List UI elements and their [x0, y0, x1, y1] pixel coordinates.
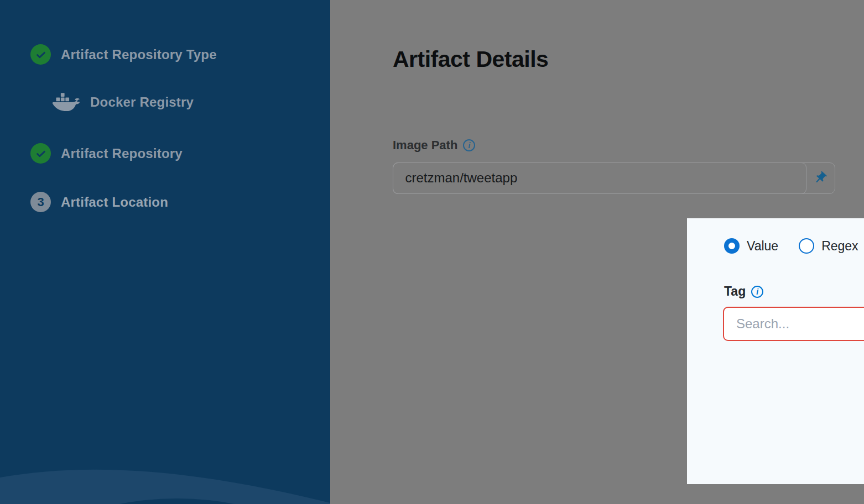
info-icon[interactable]: i	[463, 139, 475, 151]
step-number-badge: 3	[30, 192, 51, 212]
tag-search-input[interactable]	[724, 308, 864, 340]
docker-icon	[51, 91, 82, 114]
sidebar-step-artifact-repository-type[interactable]: Artifact Repository Type	[30, 44, 217, 65]
image-path-input[interactable]	[393, 163, 806, 193]
page-title: Artifact Details	[393, 46, 548, 72]
decorative-swoosh	[0, 416, 330, 504]
step-label: Artifact Repository Type	[61, 47, 217, 62]
regex-radio-label: Regex	[821, 239, 858, 254]
tag-panel: Value Regex Tag i	[687, 218, 864, 484]
image-path-pin-button[interactable]	[806, 163, 835, 193]
artifact-wizard-screen: Artifact Repository Type Docker Registry…	[0, 0, 864, 504]
sidebar-step-docker-registry[interactable]: Docker Registry	[51, 91, 194, 114]
step-label: Artifact Repository	[61, 146, 183, 161]
image-path-field-group	[393, 162, 835, 194]
sidebar-step-artifact-location[interactable]: 3 Artifact Location	[30, 192, 168, 212]
check-icon	[30, 44, 51, 65]
tag-label-text: Tag	[724, 284, 746, 299]
sidebar-step-artifact-repository[interactable]: Artifact Repository	[30, 143, 183, 164]
regex-radio[interactable]	[799, 238, 814, 254]
step-label: Artifact Location	[61, 195, 168, 210]
check-icon	[30, 143, 51, 164]
artifact-details-pane: Artifact Details Image Path i Value Re	[330, 0, 864, 504]
tag-label: Tag i	[724, 284, 763, 299]
image-path-input-box	[393, 162, 806, 194]
image-path-label-text: Image Path	[393, 138, 457, 153]
info-icon[interactable]: i	[751, 286, 763, 298]
step-label: Docker Registry	[90, 95, 194, 110]
pin-icon	[813, 171, 827, 185]
tag-select-field	[723, 307, 864, 341]
value-radio-label: Value	[747, 239, 778, 254]
tag-type-radio-group: Value Regex	[724, 238, 858, 254]
wizard-sidebar: Artifact Repository Type Docker Registry…	[0, 0, 330, 504]
value-radio[interactable]	[724, 238, 740, 254]
image-path-label: Image Path i	[393, 138, 475, 153]
